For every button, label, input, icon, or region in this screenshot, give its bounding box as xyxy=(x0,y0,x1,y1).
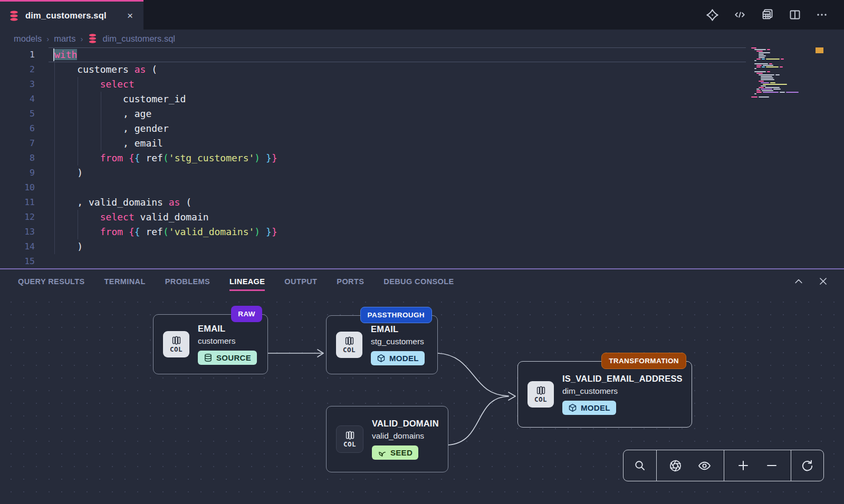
code-line[interactable]: 3 select xyxy=(0,77,844,92)
code-text: , gender xyxy=(54,121,169,136)
database-icon xyxy=(88,33,98,44)
lineage-node-stg_customers[interactable]: PASSTHROUGHCOL EMAIL stg_customers MODEL xyxy=(326,315,438,374)
resource-type-badge: SOURCE xyxy=(198,351,257,365)
refresh-icon[interactable] xyxy=(798,456,817,476)
column-chip: COL xyxy=(336,332,362,358)
eye-icon[interactable] xyxy=(694,456,715,476)
chevron-up-icon[interactable] xyxy=(793,276,804,287)
lineage-node-customers[interactable]: RAWCOL EMAIL customers SOURCE xyxy=(153,314,268,374)
line-number: 1 xyxy=(0,47,35,62)
line-number: 8 xyxy=(0,151,35,166)
panel-tab-lineage[interactable]: LINEAGE xyxy=(229,272,265,291)
indent-guide xyxy=(78,77,78,166)
code-lines: 1with2 customers as (3 select4 customer_… xyxy=(0,47,844,269)
line-number: 3 xyxy=(0,77,35,92)
close-icon[interactable] xyxy=(818,276,828,286)
aperture-icon[interactable] xyxy=(666,456,685,476)
code-line[interactable]: 4 customer_id xyxy=(0,92,844,106)
panel-tab-debug-console[interactable]: DEBUG CONSOLE xyxy=(383,272,454,291)
model-icon xyxy=(377,354,386,363)
line-number: 13 xyxy=(0,225,35,239)
line-number: 10 xyxy=(0,180,35,195)
breadcrumb-item-marts[interactable]: marts xyxy=(54,34,75,44)
code-text: with xyxy=(54,47,77,62)
resource-type-badge: SEED xyxy=(372,445,418,460)
code-line[interactable]: 6 , gender xyxy=(0,121,844,136)
breadcrumb-separator: › xyxy=(46,34,49,43)
panel-tab-terminal[interactable]: TERMINAL xyxy=(104,272,146,291)
code-line[interactable]: 12 select valid_domain xyxy=(0,210,844,225)
lineage-toolbar xyxy=(623,450,824,481)
column-chip: COL xyxy=(163,331,189,357)
lineage-type-tag: PASSTHROUGH xyxy=(360,307,432,323)
tab-title: dim_customers.sql xyxy=(25,11,119,21)
line-number: 12 xyxy=(0,210,35,225)
editor-header-actions xyxy=(706,0,844,30)
indent-guide xyxy=(101,92,101,151)
node-model-name: stg_customers xyxy=(371,337,424,346)
node-column-name: EMAIL xyxy=(371,324,398,334)
source-icon xyxy=(204,353,213,362)
code-text: , valid_domains as ( xyxy=(54,195,191,210)
line-number: 2 xyxy=(0,62,35,77)
code-text: customer_id xyxy=(54,92,186,106)
code-text: from {{ ref('stg_customers') }} xyxy=(54,151,277,166)
breadcrumb-item-file[interactable]: dim_customers.sql xyxy=(102,34,175,44)
text-cursor xyxy=(53,49,54,61)
editor-tab-bar: dim_customers.sql × xyxy=(0,0,844,30)
panel-tab-ports[interactable]: PORTS xyxy=(337,272,364,291)
zoom-out-icon[interactable] xyxy=(762,456,781,475)
node-column-name: IS_VALID_EMAIL_ADDRESS xyxy=(562,374,683,384)
seed-icon xyxy=(378,448,387,457)
breadcrumb-item-models[interactable]: models xyxy=(14,34,42,44)
indent-guide xyxy=(78,210,78,239)
minimap[interactable] xyxy=(751,47,807,98)
code-view-icon[interactable] xyxy=(733,9,746,21)
line-number: 9 xyxy=(0,166,35,180)
tab-close-icon[interactable]: × xyxy=(125,9,135,22)
code-text: customers as ( xyxy=(54,62,157,77)
code-line[interactable]: 2 customers as ( xyxy=(0,62,844,77)
copy-table-icon[interactable] xyxy=(761,8,774,22)
code-line[interactable]: 8 from {{ ref('stg_customers') }} xyxy=(0,151,844,166)
more-actions-icon[interactable] xyxy=(816,8,828,21)
zoom-in-icon[interactable] xyxy=(734,456,753,475)
code-editor[interactable]: 1with2 customers as (3 select4 customer_… xyxy=(0,47,844,269)
panel-tab-query-results[interactable]: QUERY RESULTS xyxy=(18,272,85,291)
panel-tabs: QUERY RESULTSTERMINALPROBLEMSLINEAGEOUTP… xyxy=(18,272,454,291)
code-line[interactable]: 7 , email xyxy=(0,136,844,151)
code-line[interactable]: 10 xyxy=(0,180,844,195)
code-line[interactable]: 13 from {{ ref('valid_domains') }} xyxy=(0,225,844,239)
dbt-logo-icon[interactable] xyxy=(706,8,719,22)
lineage-node-valid_domains[interactable]: COL VALID_DOMAIN valid_domains SEED xyxy=(326,406,448,472)
lineage-type-tag: TRANSFORMATION xyxy=(601,353,686,369)
code-text: , email xyxy=(54,136,163,151)
code-text: select xyxy=(54,77,135,92)
code-text: from {{ ref('valid_domains') }} xyxy=(54,225,277,239)
code-line[interactable]: 9 ) xyxy=(0,166,844,180)
scrollbar-marker xyxy=(816,47,823,53)
lineage-node-dim_customers[interactable]: TRANSFORMATIONCOL IS_VALID_EMAIL_ADDRESS… xyxy=(517,361,692,428)
panel-header: QUERY RESULTSTERMINALPROBLEMSLINEAGEOUTP… xyxy=(0,269,844,293)
code-line[interactable]: 11 , valid_domains as ( xyxy=(0,195,844,210)
search-icon[interactable] xyxy=(630,456,649,475)
breadcrumb: models › marts › dim_customers.sql xyxy=(0,30,844,47)
lineage-canvas[interactable]: RAWCOL EMAIL customers SOURCE PASSTHROUG… xyxy=(0,293,844,504)
code-line[interactable]: 15 xyxy=(0,254,844,269)
code-text: , age xyxy=(54,106,151,121)
line-number: 15 xyxy=(0,254,35,269)
node-column-name: EMAIL xyxy=(198,324,225,334)
line-number: 6 xyxy=(0,121,35,136)
code-text: ) xyxy=(54,239,83,254)
code-text: ) xyxy=(54,166,83,180)
code-line[interactable]: 1with xyxy=(0,47,844,62)
panel-tab-output[interactable]: OUTPUT xyxy=(284,272,317,291)
code-line[interactable]: 5 , age xyxy=(0,106,844,121)
panel-tab-problems[interactable]: PROBLEMS xyxy=(165,272,210,291)
model-icon xyxy=(568,403,577,412)
tab-dim-customers[interactable]: dim_customers.sql × xyxy=(0,0,143,30)
indent-guide xyxy=(54,62,55,254)
code-line[interactable]: 14 ) xyxy=(0,239,844,254)
resource-type-badge: MODEL xyxy=(562,401,616,415)
split-editor-icon[interactable] xyxy=(789,8,801,21)
